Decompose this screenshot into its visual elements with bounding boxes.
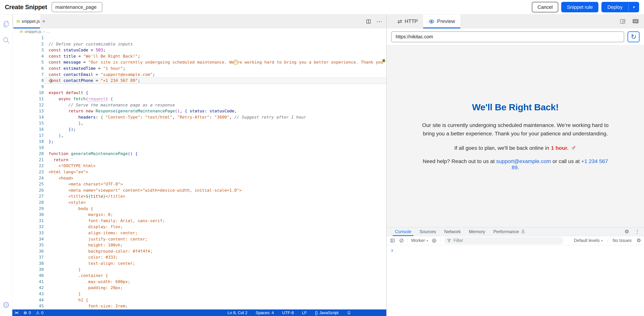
search-icon[interactable] xyxy=(1,35,11,45)
tab-http[interactable]: ⇄ HTTP xyxy=(392,15,423,29)
tab-sources[interactable]: Sources xyxy=(416,227,440,236)
code-line[interactable]: 17 }, xyxy=(12,133,386,139)
console-filter-input[interactable]: Filter xyxy=(444,237,564,244)
code-line[interactable]: 37 color: #333; xyxy=(12,254,386,260)
console-sidebar-icon[interactable] xyxy=(390,238,395,243)
code-line[interactable]: 6const estimatedTime = "1 hour"; xyxy=(12,66,386,72)
warning-count: 0 xyxy=(41,310,43,315)
tab-preview[interactable]: Preview xyxy=(423,15,460,29)
code-line[interactable]: 32 display: flex; xyxy=(12,224,386,230)
deploy-button[interactable]: Deploy xyxy=(602,2,628,12)
breadcrumb[interactable]: JS snippet.js › … xyxy=(12,29,386,35)
tab-network[interactable]: Network xyxy=(440,227,465,236)
console-output[interactable]: › xyxy=(387,245,644,316)
code-line[interactable]: 18}; xyxy=(12,139,386,145)
console-settings-icon[interactable]: ⚙ xyxy=(636,238,641,243)
code-line[interactable]: 4const title = "We'll Be Right Back!"; xyxy=(12,53,386,60)
close-icon[interactable]: ✕ xyxy=(42,19,45,24)
split-editor-icon[interactable] xyxy=(366,19,371,24)
breadcrumb-file[interactable]: snippet.js xyxy=(25,29,41,34)
code-line[interactable]: 1 xyxy=(12,35,386,41)
devtools-bar-icons: ⚙ ⋮ xyxy=(624,227,640,236)
kebab-menu-icon[interactable]: ⋮ xyxy=(635,229,640,234)
code-line[interactable]: 16 }); xyxy=(12,126,386,133)
tab-console[interactable]: Console xyxy=(391,227,416,236)
code-line[interactable]: 45 font-size: 2rem; xyxy=(12,303,386,309)
devtools-settings-icon[interactable]: ⚙ xyxy=(624,229,629,234)
encoding[interactable]: UTF-8 xyxy=(282,310,294,315)
indentation[interactable]: Spaces: 4 xyxy=(256,310,274,315)
code-line[interactable]: 35 height: 100vh; xyxy=(12,242,386,248)
code-line[interactable]: 29 body { xyxy=(12,206,386,212)
default-levels-select[interactable]: Default levels ▾ xyxy=(574,238,602,243)
files-icon[interactable] xyxy=(1,19,11,29)
code-line[interactable]: 38 text-align: center; xyxy=(12,260,386,267)
code-line[interactable]: 30 margin: 0; xyxy=(12,212,386,218)
editor-tab-bar: JS snippet.js ✕ ⋯ xyxy=(12,15,386,29)
code-line[interactable]: 15 }, xyxy=(12,120,386,126)
bell-icon[interactable] xyxy=(347,310,351,315)
cancel-button[interactable]: Cancel xyxy=(532,2,558,12)
code-line[interactable]: 26 <meta name="viewport" content="width=… xyxy=(12,187,386,193)
cursor-position[interactable]: Ln 8, Col 2 xyxy=(228,310,247,315)
code-line[interactable]: 3const statusCode = 503; xyxy=(12,47,386,53)
tab-performance[interactable]: Performance xyxy=(489,227,530,236)
code-editor[interactable]: 12// Define your customizable inputs3con… xyxy=(12,35,386,309)
eol-type[interactable]: LF xyxy=(302,310,307,315)
snippet-rule-button[interactable]: Snippet rule xyxy=(561,2,598,12)
discord-icon[interactable] xyxy=(632,18,639,25)
code-line[interactable]: 41 max-width: 600px; xyxy=(12,279,386,285)
code-line[interactable]: 11 async fetch(request) { xyxy=(12,96,386,102)
code-line[interactable]: 23<html lang="en"> xyxy=(12,169,386,175)
clear-console-icon[interactable] xyxy=(398,238,404,243)
no-issues-label[interactable]: No Issues xyxy=(612,238,632,243)
maintenance-message: Our site is currently undergoing schedul… xyxy=(420,121,611,138)
remote-indicator-icon[interactable]: >< xyxy=(14,310,18,315)
code-line[interactable]: 10export default { xyxy=(12,90,386,96)
live-expression-eye-icon[interactable] xyxy=(431,238,437,243)
preview-url-input[interactable] xyxy=(391,32,624,42)
settings-gear-icon[interactable]: ⚙ xyxy=(2,301,10,309)
deploy-dropdown-button[interactable]: ▾ xyxy=(629,2,639,12)
code-line[interactable]: 8const contactPhone = "+1 234 567 89"; xyxy=(12,78,386,84)
tab-memory[interactable]: Memory xyxy=(465,227,489,236)
more-actions-icon[interactable]: ⋯ xyxy=(376,18,382,25)
code-line[interactable]: 14 headers: { "Content-Type": "text/html… xyxy=(12,114,386,120)
code-line[interactable]: 40 .container { xyxy=(12,273,386,279)
maintenance-help: Need help? Reach out to us at support@ex… xyxy=(420,158,611,171)
code-line[interactable]: 42 padding: 20px; xyxy=(12,285,386,291)
problems-indicator[interactable]: ⊗ 0 ⚠ 0 xyxy=(24,310,44,315)
overview-ruler-mark xyxy=(382,59,385,62)
snippet-name-input[interactable] xyxy=(52,2,102,12)
chevron-down-icon: ▾ xyxy=(633,5,635,9)
support-email-link[interactable]: support@example.com xyxy=(496,158,551,164)
code-line[interactable]: 36 background-color: #f4f4f4; xyxy=(12,248,386,254)
code-line[interactable]: 22 <!DOCTYPE html> xyxy=(12,163,386,169)
language-mode[interactable]: {} JavaScript xyxy=(315,310,338,315)
code-line[interactable]: 46 color: #0056b3; xyxy=(12,309,386,309)
code-line[interactable]: 27 <title>${title}</title> xyxy=(12,193,386,199)
code-line[interactable]: 19 xyxy=(12,145,386,151)
code-line[interactable]: 13 return new Response(generateMaintenan… xyxy=(12,108,386,114)
refresh-button[interactable]: ↻ xyxy=(628,32,640,42)
breadcrumb-symbol[interactable]: … xyxy=(46,29,50,34)
code-line[interactable]: 2// Define your customizable inputs xyxy=(12,41,386,47)
code-line[interactable]: 9 xyxy=(12,84,386,90)
code-line[interactable]: 12 // Serve the maintenance page as a re… xyxy=(12,102,386,108)
code-line[interactable]: 33 align-items: center; xyxy=(12,230,386,236)
code-line[interactable]: 44 h1 { xyxy=(12,297,386,303)
code-line[interactable]: 21 return ` xyxy=(12,157,386,163)
code-line[interactable]: 43 } xyxy=(12,291,386,297)
code-line[interactable]: 34 justify-content: center; xyxy=(12,236,386,242)
code-line[interactable]: 24 <head> xyxy=(12,175,386,181)
code-line[interactable]: 39 } xyxy=(12,267,386,273)
code-line[interactable]: 25 <meta charset="UTF-8"> xyxy=(12,181,386,187)
code-line[interactable]: 31 font-family: Arial, sans-serif; xyxy=(12,218,386,224)
code-line[interactable]: 28 <style> xyxy=(12,199,386,206)
docs-book-icon[interactable] xyxy=(619,18,626,25)
code-line[interactable]: 20function generateMaintenancePage() { xyxy=(12,151,386,157)
code-line[interactable]: 5const message = "Our site is currently … xyxy=(12,59,386,66)
code-line[interactable]: 7const contactEmail = "support@example.c… xyxy=(12,72,386,78)
console-context-select[interactable]: Worker ▾ xyxy=(411,238,428,243)
tab-snippet-js[interactable]: JS snippet.js ✕ xyxy=(14,15,40,29)
